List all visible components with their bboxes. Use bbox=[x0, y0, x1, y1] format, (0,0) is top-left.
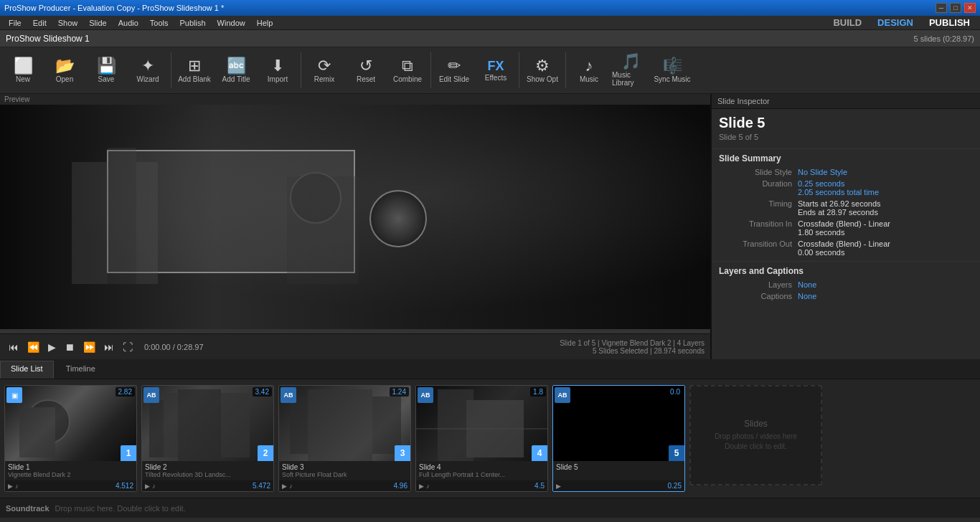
inspector-summary-title: Slide Summary bbox=[712, 148, 980, 166]
slide1-number-badge: 1 bbox=[121, 445, 136, 461]
show-opt-button[interactable]: ⚙ Show Opt bbox=[522, 49, 562, 91]
slide3-svg bbox=[279, 386, 410, 461]
slide3-duration-badge: 1.24 bbox=[390, 387, 409, 397]
slide3-name-container: Slide 3 Soft Picture Float Dark bbox=[282, 463, 347, 478]
tabs-bar: Slide List Timeline bbox=[0, 359, 980, 379]
remix-button[interactable]: ⟳ Remix bbox=[304, 49, 344, 91]
menu-publish[interactable]: Publish bbox=[174, 17, 212, 29]
minimize-button[interactable]: ─ bbox=[936, 3, 947, 13]
title-bar-controls[interactable]: ─ □ ✕ bbox=[936, 3, 976, 13]
add-title-icon: 🔤 bbox=[227, 58, 246, 74]
go-to-end-button[interactable]: ⏭ bbox=[101, 340, 117, 354]
menu-edit[interactable]: Edit bbox=[27, 17, 52, 29]
inspector-val-captions[interactable]: None bbox=[798, 292, 816, 300]
effects-button[interactable]: FX Effects bbox=[476, 49, 516, 91]
maximize-button[interactable]: □ bbox=[950, 3, 961, 13]
prev-frame-button[interactable]: ⏪ bbox=[24, 340, 42, 354]
slide-item-5[interactable]: AB 0.0 5 Slide 5 ▶ 0.25 bbox=[552, 385, 685, 492]
wizard-icon: ✦ bbox=[141, 58, 154, 74]
menu-window[interactable]: Window bbox=[212, 17, 251, 29]
next-frame-button[interactable]: ⏩ bbox=[80, 340, 98, 354]
inspector-val-duration[interactable]: 0.25 seconds bbox=[798, 179, 879, 188]
slide-item-1[interactable]: ▣ 2.82 1 Slide 1 Vignette Blend Dark 2 ▶… bbox=[4, 385, 137, 492]
slide-item-3[interactable]: AB 1.24 3 Slide 3 Soft Picture Float Dar… bbox=[278, 385, 411, 492]
music-library-button[interactable]: 🎵 Music Library bbox=[611, 49, 651, 91]
soundtrack-bar[interactable]: Soundtrack Drop music here. Double click… bbox=[0, 498, 980, 518]
slide2-icons-bar: ▶ ♪ 5.472 bbox=[142, 480, 273, 491]
slide1-icons-bar: ▶ ♪ 4.512 bbox=[5, 480, 136, 491]
add-title-button[interactable]: 🔤 Add Title bbox=[216, 49, 256, 91]
time-display: 0:00.00 / 0:28.97 bbox=[144, 343, 204, 351]
sync-music-button[interactable]: 🎼 Sync Music bbox=[652, 49, 692, 91]
inspector-slide-sub: Slide 5 of 5 bbox=[712, 133, 980, 146]
wizard-label: Wizard bbox=[136, 75, 159, 83]
open-button[interactable]: 📂 Open bbox=[44, 49, 85, 91]
save-label: Save bbox=[98, 75, 115, 83]
slide2-duration: 5.472 bbox=[253, 482, 270, 490]
edit-slide-button[interactable]: ✏ Edit Slide bbox=[434, 49, 474, 91]
inspector-row-duration: Duration 0.25 seconds 2.05 seconds total… bbox=[712, 178, 980, 198]
music-button[interactable]: ♪ Music bbox=[569, 49, 609, 91]
inspector-val-style[interactable]: No Slide Style bbox=[798, 168, 847, 176]
wizard-button[interactable]: ✦ Wizard bbox=[128, 49, 168, 91]
empty-slide-slot[interactable]: Slides Drop photos / videos here Double … bbox=[689, 385, 822, 485]
import-label: Import bbox=[268, 75, 288, 83]
remix-label: Remix bbox=[314, 75, 334, 83]
slide4-duration-badge: 1.8 bbox=[530, 387, 546, 397]
view-switcher: BUILD DESIGN PUBLISH bbox=[826, 16, 977, 29]
publish-view-button[interactable]: PUBLISH bbox=[922, 16, 977, 29]
import-button[interactable]: ⬇ Import bbox=[258, 49, 298, 91]
go-to-start-button[interactable]: ⏮ bbox=[6, 340, 22, 354]
show-opt-label: Show Opt bbox=[527, 75, 558, 83]
menu-slide[interactable]: Slide bbox=[83, 17, 112, 29]
menu-tools[interactable]: Tools bbox=[144, 17, 174, 29]
slide-thumb-1: ▣ 2.82 1 bbox=[5, 386, 136, 461]
combine-button[interactable]: ⧉ Combine bbox=[387, 49, 428, 91]
reset-button[interactable]: ↺ Reset bbox=[346, 49, 386, 91]
slide4-play-icon: ▶ bbox=[419, 483, 424, 490]
slide-thumb-2: AB 3.42 2 bbox=[142, 386, 273, 461]
soundtrack-label: Soundtrack bbox=[6, 504, 50, 513]
menu-help[interactable]: Help bbox=[251, 17, 279, 29]
slide2-number-badge: 2 bbox=[258, 445, 273, 461]
inspector-val-timing-container: Starts at 26.92 seconds Ends at 28.97 se… bbox=[798, 199, 881, 217]
slide-info-text: Slide 1 of 5 | Vignette Blend Dark 2 | 4… bbox=[560, 339, 705, 347]
inspector-key-layers: Layers bbox=[719, 280, 798, 289]
save-button[interactable]: 💾 Save bbox=[86, 49, 126, 91]
play-button[interactable]: ▶ bbox=[45, 340, 59, 354]
tab-slide-list[interactable]: Slide List bbox=[0, 361, 54, 379]
slide-list-container[interactable]: ▣ 2.82 1 Slide 1 Vignette Blend Dark 2 ▶… bbox=[0, 379, 980, 498]
slides-selected-text: 5 Slides Selected | 28.974 seconds bbox=[593, 347, 705, 355]
preview-area bbox=[0, 105, 710, 329]
add-blank-icon: ⊞ bbox=[188, 58, 201, 74]
slide5-name: Slide 5 bbox=[556, 463, 578, 471]
new-button[interactable]: ⬜ New bbox=[3, 49, 43, 91]
close-button[interactable]: ✕ bbox=[964, 3, 976, 13]
tab-timeline[interactable]: Timeline bbox=[55, 361, 106, 379]
fullscreen-button[interactable]: ⛶ bbox=[120, 340, 136, 354]
slide3-name: Slide 3 bbox=[282, 463, 347, 471]
inspector-val-layers[interactable]: None bbox=[798, 280, 816, 289]
menu-file[interactable]: File bbox=[3, 17, 27, 29]
slide1-name-container: Slide 1 Vignette Blend Dark 2 bbox=[8, 463, 70, 478]
slide2-transition-icon: AB bbox=[143, 387, 159, 403]
stop-button[interactable]: ⏹ bbox=[62, 340, 77, 354]
add-blank-label: Add Blank bbox=[178, 75, 211, 83]
slide-item-4[interactable]: AB 1.8 4 Slide 4 Full Length Portrait 1 … bbox=[415, 385, 548, 492]
build-view-button[interactable]: BUILD bbox=[826, 16, 869, 29]
add-blank-button[interactable]: ⊞ Add Blank bbox=[174, 49, 215, 91]
sync-music-label: Sync Music bbox=[654, 75, 690, 83]
slide-item-2[interactable]: AB 3.42 2 Slide 2 Tilted Revolution 3D L… bbox=[141, 385, 274, 492]
design-view-button[interactable]: DESIGN bbox=[870, 16, 920, 29]
menu-show[interactable]: Show bbox=[52, 17, 84, 29]
preview-progress-bar-container[interactable] bbox=[0, 329, 710, 333]
preview-svg bbox=[0, 105, 710, 329]
slide1-name: Slide 1 bbox=[8, 463, 70, 471]
combine-icon: ⧉ bbox=[402, 58, 413, 74]
menu-audio[interactable]: Audio bbox=[113, 17, 144, 29]
music-icon: ♪ bbox=[585, 58, 593, 74]
slide5-name-container: Slide 5 bbox=[556, 463, 578, 478]
toolbar-separator-3 bbox=[430, 52, 431, 88]
preview-panel: Preview ⏮ ⏪ ▶ ⏹ ⏩ ⏭ bbox=[0, 94, 711, 359]
svg-rect-1 bbox=[108, 148, 136, 284]
